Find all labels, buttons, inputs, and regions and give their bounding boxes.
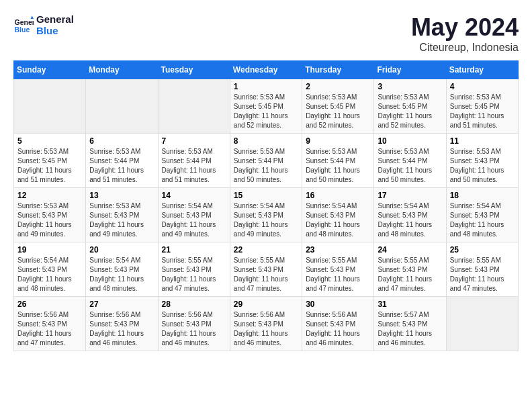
calendar-cell — [446, 297, 518, 351]
header-friday: Friday — [374, 61, 446, 79]
calendar-week-row: 12Sunrise: 5:53 AM Sunset: 5:43 PM Dayli… — [14, 188, 519, 242]
logo-line2: Blue — [36, 25, 74, 36]
calendar-table: SundayMondayTuesdayWednesdayThursdayFrid… — [13, 60, 519, 351]
calendar-cell: 15Sunrise: 5:54 AM Sunset: 5:43 PM Dayli… — [230, 188, 302, 242]
calendar-cell: 18Sunrise: 5:54 AM Sunset: 5:43 PM Dayli… — [446, 188, 518, 242]
day-info: Sunrise: 5:53 AM Sunset: 5:44 PM Dayligh… — [234, 147, 298, 185]
day-number: 19 — [17, 245, 82, 255]
calendar-cell: 31Sunrise: 5:57 AM Sunset: 5:43 PM Dayli… — [374, 297, 446, 351]
calendar-cell: 5Sunrise: 5:53 AM Sunset: 5:45 PM Daylig… — [14, 134, 86, 188]
logo-icon: General Blue — [13, 15, 34, 35]
calendar-cell — [158, 79, 230, 134]
calendar-cell: 6Sunrise: 5:53 AM Sunset: 5:44 PM Daylig… — [86, 134, 158, 188]
calendar-cell: 30Sunrise: 5:56 AM Sunset: 5:43 PM Dayli… — [302, 297, 374, 351]
day-number: 27 — [89, 300, 154, 309]
calendar-week-row: 26Sunrise: 5:56 AM Sunset: 5:43 PM Dayli… — [14, 297, 519, 351]
calendar-cell: 8Sunrise: 5:53 AM Sunset: 5:44 PM Daylig… — [230, 134, 302, 188]
day-info: Sunrise: 5:54 AM Sunset: 5:43 PM Dayligh… — [234, 201, 298, 239]
day-number: 9 — [306, 136, 370, 146]
day-info: Sunrise: 5:53 AM Sunset: 5:44 PM Dayligh… — [306, 147, 370, 185]
day-info: Sunrise: 5:53 AM Sunset: 5:45 PM Dayligh… — [450, 93, 515, 130]
day-number: 25 — [450, 245, 515, 255]
header-thursday: Thursday — [302, 61, 374, 79]
day-number: 2 — [306, 82, 370, 91]
calendar-cell: 4Sunrise: 5:53 AM Sunset: 5:45 PM Daylig… — [446, 79, 518, 134]
day-info: Sunrise: 5:53 AM Sunset: 5:44 PM Dayligh… — [89, 147, 154, 185]
calendar-cell: 21Sunrise: 5:55 AM Sunset: 5:43 PM Dayli… — [158, 242, 230, 297]
calendar-cell: 9Sunrise: 5:53 AM Sunset: 5:44 PM Daylig… — [302, 134, 374, 188]
calendar-cell: 14Sunrise: 5:54 AM Sunset: 5:43 PM Dayli… — [158, 188, 230, 242]
header-saturday: Saturday — [446, 61, 518, 79]
day-number: 7 — [162, 136, 226, 146]
day-info: Sunrise: 5:53 AM Sunset: 5:45 PM Dayligh… — [234, 93, 298, 130]
day-info: Sunrise: 5:55 AM Sunset: 5:43 PM Dayligh… — [234, 256, 298, 293]
calendar-cell — [86, 79, 158, 134]
day-number: 30 — [306, 300, 370, 309]
day-number: 16 — [306, 191, 370, 200]
day-number: 11 — [450, 136, 515, 146]
calendar-cell: 29Sunrise: 5:56 AM Sunset: 5:43 PM Dayli… — [230, 297, 302, 351]
calendar-cell: 1Sunrise: 5:53 AM Sunset: 5:45 PM Daylig… — [230, 79, 302, 134]
calendar-cell: 16Sunrise: 5:54 AM Sunset: 5:43 PM Dayli… — [302, 188, 374, 242]
day-info: Sunrise: 5:54 AM Sunset: 5:43 PM Dayligh… — [17, 256, 82, 293]
day-info: Sunrise: 5:56 AM Sunset: 5:43 PM Dayligh… — [306, 310, 370, 348]
day-info: Sunrise: 5:54 AM Sunset: 5:43 PM Dayligh… — [378, 201, 442, 239]
day-info: Sunrise: 5:56 AM Sunset: 5:43 PM Dayligh… — [17, 310, 82, 348]
day-info: Sunrise: 5:53 AM Sunset: 5:44 PM Dayligh… — [162, 147, 226, 185]
calendar-week-row: 19Sunrise: 5:54 AM Sunset: 5:43 PM Dayli… — [14, 242, 519, 297]
calendar-cell: 25Sunrise: 5:55 AM Sunset: 5:43 PM Dayli… — [446, 242, 518, 297]
day-number: 8 — [234, 136, 298, 146]
day-info: Sunrise: 5:55 AM Sunset: 5:43 PM Dayligh… — [306, 256, 370, 293]
day-number: 31 — [378, 300, 442, 309]
day-info: Sunrise: 5:54 AM Sunset: 5:43 PM Dayligh… — [89, 256, 154, 293]
calendar-cell: 13Sunrise: 5:53 AM Sunset: 5:43 PM Dayli… — [86, 188, 158, 242]
day-number: 3 — [378, 82, 442, 91]
day-number: 4 — [450, 82, 515, 91]
calendar-cell: 23Sunrise: 5:55 AM Sunset: 5:43 PM Dayli… — [302, 242, 374, 297]
day-info: Sunrise: 5:54 AM Sunset: 5:43 PM Dayligh… — [306, 201, 370, 239]
main-title: May 2024 — [411, 13, 519, 42]
day-info: Sunrise: 5:54 AM Sunset: 5:43 PM Dayligh… — [450, 201, 515, 239]
calendar-cell: 19Sunrise: 5:54 AM Sunset: 5:43 PM Dayli… — [14, 242, 86, 297]
day-info: Sunrise: 5:53 AM Sunset: 5:44 PM Dayligh… — [378, 147, 442, 185]
header-sunday: Sunday — [14, 61, 86, 79]
calendar-cell: 28Sunrise: 5:56 AM Sunset: 5:43 PM Dayli… — [158, 297, 230, 351]
calendar-cell: 11Sunrise: 5:53 AM Sunset: 5:43 PM Dayli… — [446, 134, 518, 188]
day-number: 14 — [162, 191, 226, 200]
calendar-week-row: 5Sunrise: 5:53 AM Sunset: 5:45 PM Daylig… — [14, 134, 519, 188]
day-number: 1 — [234, 82, 298, 91]
calendar-cell: 22Sunrise: 5:55 AM Sunset: 5:43 PM Dayli… — [230, 242, 302, 297]
header-tuesday: Tuesday — [158, 61, 230, 79]
day-number: 24 — [378, 245, 442, 255]
calendar-cell: 3Sunrise: 5:53 AM Sunset: 5:45 PM Daylig… — [374, 79, 446, 134]
day-number: 18 — [450, 191, 515, 200]
day-number: 26 — [17, 300, 82, 309]
day-info: Sunrise: 5:53 AM Sunset: 5:43 PM Dayligh… — [17, 201, 82, 239]
calendar-cell: 26Sunrise: 5:56 AM Sunset: 5:43 PM Dayli… — [14, 297, 86, 351]
day-info: Sunrise: 5:55 AM Sunset: 5:43 PM Dayligh… — [450, 256, 515, 293]
calendar-header-row: SundayMondayTuesdayWednesdayThursdayFrid… — [14, 61, 519, 79]
day-number: 29 — [234, 300, 298, 309]
day-info: Sunrise: 5:55 AM Sunset: 5:43 PM Dayligh… — [162, 256, 226, 293]
day-number: 5 — [17, 136, 82, 146]
calendar-cell: 2Sunrise: 5:53 AM Sunset: 5:45 PM Daylig… — [302, 79, 374, 134]
day-number: 13 — [89, 191, 154, 200]
calendar-cell: 7Sunrise: 5:53 AM Sunset: 5:44 PM Daylig… — [158, 134, 230, 188]
day-info: Sunrise: 5:56 AM Sunset: 5:43 PM Dayligh… — [234, 310, 298, 348]
day-info: Sunrise: 5:53 AM Sunset: 5:43 PM Dayligh… — [450, 147, 515, 185]
day-info: Sunrise: 5:54 AM Sunset: 5:43 PM Dayligh… — [162, 201, 226, 239]
day-info: Sunrise: 5:56 AM Sunset: 5:43 PM Dayligh… — [162, 310, 226, 348]
svg-text:Blue: Blue — [15, 26, 30, 34]
day-number: 10 — [378, 136, 442, 146]
calendar-cell: 12Sunrise: 5:53 AM Sunset: 5:43 PM Dayli… — [14, 188, 86, 242]
day-info: Sunrise: 5:53 AM Sunset: 5:45 PM Dayligh… — [17, 147, 82, 185]
page-header: General Blue General Blue May 2024 Citeu… — [13, 13, 519, 54]
calendar-week-row: 1Sunrise: 5:53 AM Sunset: 5:45 PM Daylig… — [14, 79, 519, 134]
calendar-cell — [14, 79, 86, 134]
day-number: 20 — [89, 245, 154, 255]
calendar-cell: 27Sunrise: 5:56 AM Sunset: 5:43 PM Dayli… — [86, 297, 158, 351]
calendar-cell: 24Sunrise: 5:55 AM Sunset: 5:43 PM Dayli… — [374, 242, 446, 297]
subtitle: Citeureup, Indonesia — [411, 42, 519, 54]
day-info: Sunrise: 5:55 AM Sunset: 5:43 PM Dayligh… — [378, 256, 442, 293]
day-info: Sunrise: 5:57 AM Sunset: 5:43 PM Dayligh… — [378, 310, 442, 348]
